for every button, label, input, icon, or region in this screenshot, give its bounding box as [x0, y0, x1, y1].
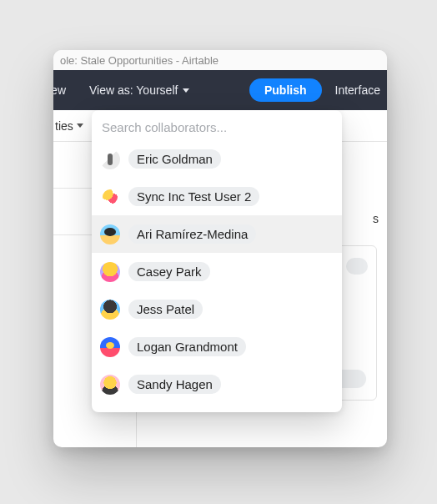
publish-button-label: Publish — [264, 83, 307, 97]
collaborator-item[interactable]: Eric Goldman — [92, 140, 342, 178]
window-title: ole: Stale Opportunities - Airtable — [60, 54, 218, 67]
collaborator-item[interactable]: Sync Inc Test User 2 — [92, 178, 342, 215]
chevron-down-icon — [77, 123, 83, 128]
window-titlebar: ole: Stale Opportunities - Airtable — [53, 50, 387, 70]
collaborator-dropdown: Search collaborators... Eric GoldmanSync… — [92, 110, 342, 412]
avatar-icon — [100, 337, 120, 357]
subnav-label: ties — [55, 119, 73, 133]
publish-button[interactable]: Publish — [249, 78, 322, 102]
collaborator-name: Sync Inc Test User 2 — [128, 187, 259, 206]
collaborator-name: Casey Park — [128, 262, 210, 281]
avatar-icon — [100, 187, 120, 207]
view-as-label: View as: Yourself — [89, 83, 178, 97]
nav-item-label: Interface — [335, 83, 380, 97]
avatar-icon — [100, 262, 120, 282]
avatar-icon — [100, 149, 120, 169]
collaborator-item[interactable]: Jess Patel — [92, 290, 342, 328]
collaborator-list: Eric GoldmanSync Inc Test User 2Ari Ramí… — [92, 140, 342, 412]
collaborator-name: Jess Patel — [128, 300, 203, 319]
collaborator-item[interactable]: Sandy Hagen — [92, 365, 342, 403]
nav-item-truncated-left[interactable]: iew — [53, 70, 76, 110]
view-as-dropdown-trigger[interactable]: View as: Yourself — [79, 70, 199, 110]
top-navbar: iew View as: Yourself Publish Interface — [53, 70, 387, 110]
avatar-icon — [100, 300, 120, 320]
avatar-icon — [100, 375, 120, 395]
avatar-icon — [100, 224, 120, 244]
truncated-text: s — [373, 212, 379, 225]
collaborator-item[interactable]: Ari Ramírez-Medina — [92, 215, 342, 253]
collaborator-name: Ari Ramírez-Medina — [128, 224, 256, 244]
collaborator-item[interactable]: Logan Grandmont — [92, 328, 342, 365]
subnav-dropdown-trigger[interactable]: ties — [55, 119, 83, 133]
collaborator-name: Sandy Hagen — [128, 375, 221, 394]
placeholder-pill — [346, 258, 368, 275]
collaborator-name: Logan Grandmont — [128, 337, 246, 356]
nav-item-interface[interactable]: Interface — [325, 70, 380, 110]
collaborator-name: Eric Goldman — [128, 149, 221, 169]
collaborator-item[interactable]: Casey Park — [92, 253, 342, 290]
nav-item-label: iew — [53, 83, 66, 97]
chevron-down-icon — [183, 88, 189, 93]
search-collaborators-input[interactable]: Search collaborators... — [92, 110, 342, 140]
